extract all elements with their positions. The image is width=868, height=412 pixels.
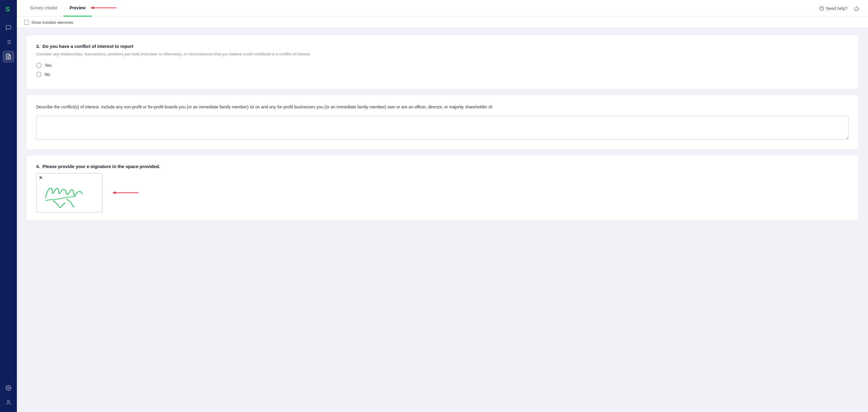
question-3-card: 3. Do you have a conflict of interest to… — [27, 35, 858, 89]
sidebar-icon-document[interactable] — [2, 50, 14, 63]
question-4-title: 4. Please provide your e-signature in th… — [36, 164, 849, 169]
toolbar: Show invisible elements — [17, 17, 868, 28]
sidebar: S — [0, 0, 17, 412]
show-invisible-label[interactable]: Show invisible elements — [24, 20, 73, 25]
question-3-subtitle: Consider any relationships, transactions… — [36, 51, 849, 57]
signature-clear-button[interactable]: ✕ — [39, 175, 42, 180]
svg-point-9 — [8, 387, 9, 389]
top-nav: Survey creator Preview — [17, 0, 868, 17]
signature-container: ✕ — [36, 173, 849, 212]
option-yes[interactable]: Yes — [36, 63, 849, 68]
top-nav-right: Need help? — [819, 4, 861, 13]
describe-question-text: Describe the conflict(s) of interest. In… — [36, 104, 849, 110]
question-describe-card: Describe the conflict(s) of interest. In… — [27, 95, 858, 149]
svg-text:S: S — [5, 5, 10, 13]
radio-no[interactable] — [36, 72, 41, 77]
tab-preview[interactable]: Preview — [64, 0, 92, 16]
sidebar-bottom — [2, 382, 14, 408]
signature-arrow-indicator — [110, 190, 140, 196]
option-no[interactable]: No — [36, 72, 849, 77]
sidebar-icon-list[interactable] — [2, 36, 14, 48]
radio-yes-label: Yes — [44, 63, 52, 68]
power-button[interactable] — [852, 4, 861, 13]
radio-yes[interactable] — [36, 63, 41, 68]
need-help-button[interactable]: Need help? — [819, 6, 847, 11]
need-help-label: Need help? — [826, 6, 847, 11]
svg-marker-12 — [91, 6, 94, 9]
radio-no-label: No — [44, 72, 50, 77]
signature-drawing — [36, 173, 102, 212]
tab-survey-creator[interactable]: Survey creator — [24, 0, 64, 16]
svg-point-10 — [7, 400, 10, 402]
show-invisible-checkbox[interactable] — [24, 20, 29, 25]
question-4-card: 4. Please provide your e-signature in th… — [27, 156, 858, 221]
sidebar-icon-user[interactable] — [2, 396, 14, 408]
app-logo[interactable]: S — [3, 4, 14, 14]
sidebar-icon-settings[interactable] — [2, 382, 14, 394]
signature-box[interactable]: ✕ — [36, 173, 102, 212]
main-content: Survey creator Preview — [17, 0, 868, 412]
preview-arrow-indicator — [88, 4, 118, 11]
describe-textarea[interactable] — [36, 116, 849, 140]
nav-tabs: Survey creator Preview — [24, 0, 92, 16]
sidebar-icon-messages[interactable] — [2, 22, 14, 34]
question-3-title: 3. Do you have a conflict of interest to… — [36, 44, 849, 49]
svg-marker-17 — [113, 191, 116, 194]
survey-content: 3. Do you have a conflict of interest to… — [17, 28, 868, 412]
